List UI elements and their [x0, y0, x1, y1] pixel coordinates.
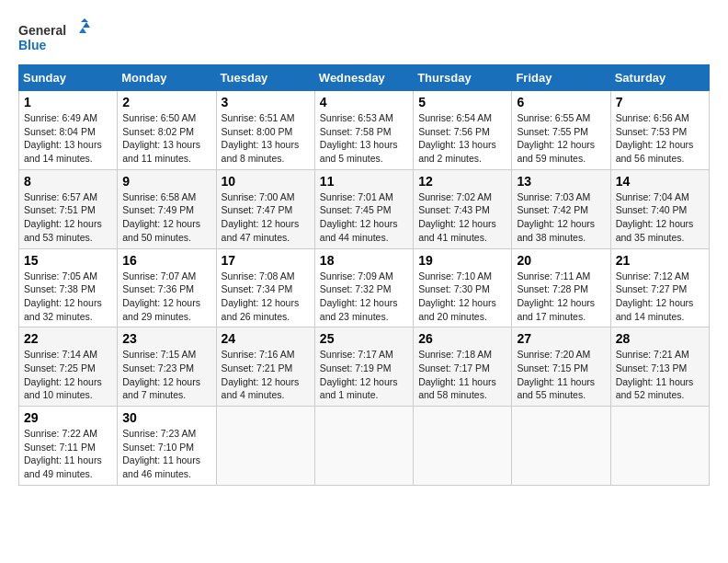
- calendar-cell: [414, 407, 512, 486]
- day-info: Sunrise: 6:54 AMSunset: 7:56 PMDaylight:…: [418, 111, 506, 166]
- day-info: Sunrise: 6:55 AMSunset: 7:55 PMDaylight:…: [517, 111, 605, 166]
- day-info: Sunrise: 7:00 AMSunset: 7:47 PMDaylight:…: [222, 190, 310, 245]
- day-info: Sunrise: 7:08 AMSunset: 7:34 PMDaylight:…: [222, 270, 310, 324]
- calendar-cell: 6Sunrise: 6:55 AMSunset: 7:55 PMDaylight…: [512, 91, 610, 170]
- day-info: Sunrise: 6:56 AMSunset: 7:53 PMDaylight:…: [616, 111, 704, 166]
- day-number: 22: [24, 331, 112, 346]
- calendar-cell: 13Sunrise: 7:03 AMSunset: 7:42 PMDayligh…: [512, 169, 610, 248]
- day-info: Sunrise: 7:17 AMSunset: 7:19 PMDaylight:…: [320, 348, 408, 402]
- calendar-cell: 22Sunrise: 7:14 AMSunset: 7:25 PMDayligh…: [19, 327, 118, 407]
- day-info: Sunrise: 6:53 AMSunset: 7:58 PMDaylight:…: [320, 111, 408, 166]
- calendar-cell: 27Sunrise: 7:20 AMSunset: 7:15 PMDayligh…: [512, 327, 610, 407]
- calendar-week-row: 29Sunrise: 7:22 AMSunset: 7:11 PMDayligh…: [19, 407, 710, 486]
- calendar-cell: 28Sunrise: 7:21 AMSunset: 7:13 PMDayligh…: [610, 327, 709, 407]
- svg-marker-3: [83, 22, 90, 28]
- day-info: Sunrise: 6:50 AMSunset: 8:02 PMDaylight:…: [122, 111, 210, 166]
- calendar-cell: 30Sunrise: 7:23 AMSunset: 7:10 PMDayligh…: [118, 407, 216, 486]
- day-number: 16: [122, 253, 210, 268]
- day-number: 27: [517, 331, 605, 346]
- calendar-cell: 9Sunrise: 6:58 AMSunset: 7:49 PMDaylight…: [118, 169, 216, 248]
- calendar-cell: 1Sunrise: 6:49 AMSunset: 8:04 PMDaylight…: [19, 91, 118, 170]
- calendar-cell: 20Sunrise: 7:11 AMSunset: 7:28 PMDayligh…: [512, 248, 610, 327]
- page-header: General Blue: [18, 18, 710, 55]
- day-info: Sunrise: 6:51 AMSunset: 8:00 PMDaylight:…: [222, 111, 310, 166]
- calendar-cell: 16Sunrise: 7:07 AMSunset: 7:36 PMDayligh…: [118, 248, 216, 327]
- calendar-cell: 4Sunrise: 6:53 AMSunset: 7:58 PMDaylight…: [314, 91, 413, 170]
- calendar-cell: 10Sunrise: 7:00 AMSunset: 7:47 PMDayligh…: [216, 169, 314, 248]
- day-number: 7: [616, 95, 704, 109]
- svg-text:Blue: Blue: [18, 38, 47, 52]
- day-info: Sunrise: 7:14 AMSunset: 7:25 PMDaylight:…: [24, 348, 112, 402]
- day-number: 14: [616, 174, 704, 189]
- day-number: 1: [24, 95, 112, 109]
- svg-marker-4: [79, 28, 86, 33]
- day-number: 29: [24, 410, 112, 425]
- weekday-header: Thursday: [414, 65, 512, 91]
- weekday-header: Saturday: [610, 65, 709, 91]
- day-number: 26: [418, 331, 506, 346]
- calendar-cell: 12Sunrise: 7:02 AMSunset: 7:43 PMDayligh…: [414, 169, 512, 248]
- day-number: 18: [320, 253, 408, 268]
- logo: General Blue: [18, 18, 92, 55]
- calendar-cell: 23Sunrise: 7:15 AMSunset: 7:23 PMDayligh…: [118, 327, 216, 407]
- day-number: 15: [24, 253, 112, 268]
- weekday-header: Sunday: [19, 65, 118, 91]
- calendar-cell: 5Sunrise: 6:54 AMSunset: 7:56 PMDaylight…: [414, 91, 512, 170]
- logo-svg: General Blue: [18, 18, 92, 55]
- calendar-cell: 29Sunrise: 7:22 AMSunset: 7:11 PMDayligh…: [19, 407, 118, 486]
- weekday-header: Friday: [512, 65, 610, 91]
- day-number: 10: [222, 174, 310, 189]
- day-number: 30: [122, 410, 210, 425]
- day-info: Sunrise: 7:07 AMSunset: 7:36 PMDaylight:…: [122, 270, 210, 324]
- weekday-header: Wednesday: [314, 65, 413, 91]
- day-number: 21: [616, 253, 704, 268]
- calendar-week-row: 22Sunrise: 7:14 AMSunset: 7:25 PMDayligh…: [19, 327, 710, 407]
- calendar-cell: 2Sunrise: 6:50 AMSunset: 8:02 PMDaylight…: [118, 91, 216, 170]
- day-number: 5: [418, 95, 506, 109]
- weekday-header: Tuesday: [216, 65, 314, 91]
- day-info: Sunrise: 7:18 AMSunset: 7:17 PMDaylight:…: [418, 348, 506, 402]
- calendar-cell: 26Sunrise: 7:18 AMSunset: 7:17 PMDayligh…: [414, 327, 512, 407]
- day-number: 3: [222, 95, 310, 109]
- day-info: Sunrise: 7:09 AMSunset: 7:32 PMDaylight:…: [320, 270, 408, 324]
- calendar-cell: 8Sunrise: 6:57 AMSunset: 7:51 PMDaylight…: [19, 169, 118, 248]
- day-info: Sunrise: 7:10 AMSunset: 7:30 PMDaylight:…: [418, 270, 506, 324]
- day-number: 28: [616, 331, 704, 346]
- calendar-cell: 24Sunrise: 7:16 AMSunset: 7:21 PMDayligh…: [216, 327, 314, 407]
- day-info: Sunrise: 7:16 AMSunset: 7:21 PMDaylight:…: [222, 348, 310, 402]
- day-number: 9: [122, 174, 210, 189]
- day-number: 13: [517, 174, 605, 189]
- day-number: 8: [24, 174, 112, 189]
- day-info: Sunrise: 7:03 AMSunset: 7:42 PMDaylight:…: [517, 190, 605, 245]
- day-info: Sunrise: 6:49 AMSunset: 8:04 PMDaylight:…: [24, 111, 112, 166]
- calendar-header-row: SundayMondayTuesdayWednesdayThursdayFrid…: [19, 65, 710, 91]
- calendar-cell: [314, 407, 413, 486]
- calendar-cell: 21Sunrise: 7:12 AMSunset: 7:27 PMDayligh…: [610, 248, 709, 327]
- day-info: Sunrise: 7:15 AMSunset: 7:23 PMDaylight:…: [122, 348, 210, 402]
- day-number: 11: [320, 174, 408, 189]
- day-info: Sunrise: 7:01 AMSunset: 7:45 PMDaylight:…: [320, 190, 408, 245]
- calendar-week-row: 15Sunrise: 7:05 AMSunset: 7:38 PMDayligh…: [19, 248, 710, 327]
- day-number: 17: [222, 253, 310, 268]
- calendar-cell: 15Sunrise: 7:05 AMSunset: 7:38 PMDayligh…: [19, 248, 118, 327]
- day-info: Sunrise: 7:23 AMSunset: 7:10 PMDaylight:…: [122, 427, 210, 481]
- calendar-cell: 17Sunrise: 7:08 AMSunset: 7:34 PMDayligh…: [216, 248, 314, 327]
- day-number: 12: [418, 174, 506, 189]
- day-info: Sunrise: 7:20 AMSunset: 7:15 PMDaylight:…: [517, 348, 605, 402]
- calendar-week-row: 1Sunrise: 6:49 AMSunset: 8:04 PMDaylight…: [19, 91, 710, 170]
- calendar-cell: 25Sunrise: 7:17 AMSunset: 7:19 PMDayligh…: [314, 327, 413, 407]
- day-number: 24: [222, 331, 310, 346]
- calendar-week-row: 8Sunrise: 6:57 AMSunset: 7:51 PMDaylight…: [19, 169, 710, 248]
- calendar-cell: 19Sunrise: 7:10 AMSunset: 7:30 PMDayligh…: [414, 248, 512, 327]
- day-number: 25: [320, 331, 408, 346]
- day-info: Sunrise: 7:11 AMSunset: 7:28 PMDaylight:…: [517, 270, 605, 324]
- day-info: Sunrise: 7:12 AMSunset: 7:27 PMDaylight:…: [616, 270, 704, 324]
- calendar-cell: 7Sunrise: 6:56 AMSunset: 7:53 PMDaylight…: [610, 91, 709, 170]
- day-info: Sunrise: 7:21 AMSunset: 7:13 PMDaylight:…: [616, 348, 704, 402]
- calendar-table: SundayMondayTuesdayWednesdayThursdayFrid…: [18, 64, 710, 486]
- day-number: 23: [122, 331, 210, 346]
- day-number: 20: [517, 253, 605, 268]
- calendar-cell: 14Sunrise: 7:04 AMSunset: 7:40 PMDayligh…: [610, 169, 709, 248]
- day-info: Sunrise: 6:57 AMSunset: 7:51 PMDaylight:…: [24, 190, 112, 245]
- day-number: 19: [418, 253, 506, 268]
